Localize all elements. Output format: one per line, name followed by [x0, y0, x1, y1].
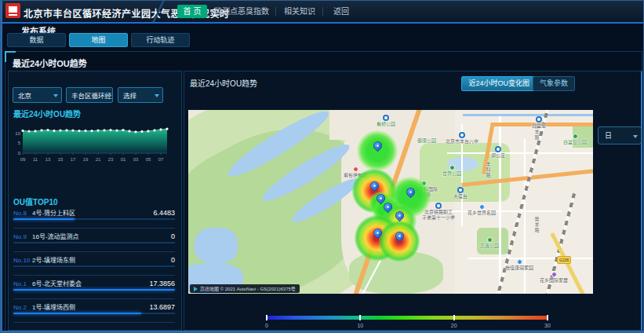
svg-text:5: 5 [18, 141, 21, 145]
nav-separator [275, 7, 276, 16]
top-row-bar-fill [13, 218, 75, 220]
top-row-value: 6.4483 [153, 209, 175, 217]
map-poi-label: 北京市丰台八中 [446, 132, 478, 145]
metro-poi-icon [383, 115, 389, 121]
nav-home[interactable]: 首 页 [177, 5, 207, 18]
top-row-line: No.84号-筛分上料区6.4483 [13, 205, 175, 217]
top-row-rank: No.9 [13, 233, 32, 240]
top-row-bar-track [13, 313, 175, 314]
colorbar-tick-mark [266, 315, 267, 320]
map-river [463, 114, 593, 116]
top-row-rank: No.8 [13, 210, 32, 217]
heat-color-scale: 0102030 [267, 316, 548, 320]
main-panel: 最近24小时OU趋势 北京 丰台区循环经济产 选择 最近24小时OU趋势 051… [5, 51, 642, 332]
amap-logo-icon [194, 287, 198, 291]
metro-poi-icon [459, 132, 465, 138]
map-poi-label: 大葆台 [453, 187, 468, 199]
map-poi-label: 御康公园 [417, 138, 436, 144]
svg-text:19: 19 [83, 157, 89, 162]
map-poi-label: 花乡国际家居 [540, 272, 568, 284]
ou-trend-chart: 0510091113151719212301030507 [10, 115, 175, 177]
blue-poi-icon [479, 204, 485, 210]
district-select[interactable]: 丰台区循环经济产 [66, 87, 113, 103]
tab-map[interactable]: 地图 [69, 33, 128, 47]
map-canvas[interactable]: G236 看桥公园御康公园北京市丰台八中世界公园紫谷伊甸园北京华科国际俱乐部大葆… [188, 110, 593, 294]
map-attribution: 高德地图 © 2021 AutoNavi - GS(2021)6375号 [190, 284, 300, 293]
svg-text:10: 10 [15, 131, 20, 136]
ou-change-map-button[interactable]: 近24小时OU变化图 [461, 76, 537, 91]
map-poi-label: 郭公庄 [491, 146, 505, 159]
purple-poi-icon [551, 272, 557, 277]
nav-separator [322, 7, 323, 16]
colorbar-tick-label: 30 [544, 323, 551, 328]
left-sidebar: 北京 丰台区循环经济产 选择 最近24小时OU趋势 05100911131517… [8, 71, 182, 331]
tab-trajectory[interactable]: 行动轨迹 [131, 33, 190, 47]
panel-title: 最近24小时OU趋势 [13, 57, 87, 69]
tab-data[interactable]: 数据 [7, 33, 66, 47]
ou-top-list: No.84号-筛分上料区6.4483No.916号-流动监测点0No.102号-… [13, 205, 175, 323]
top-row-rank: No.1 [13, 280, 32, 287]
top-row-value: 13.6897 [149, 303, 175, 311]
metro-poi-icon [435, 203, 442, 209]
city-select[interactable]: 北京 [13, 87, 62, 103]
map-road [499, 116, 501, 294]
top-row-bar-fill [13, 289, 175, 291]
top-row-value: 17.3856 [149, 280, 175, 287]
top-list-row[interactable]: No.84号-筛分上料区6.4483 [13, 205, 175, 229]
map-poi-label: 高鑫公园 [480, 237, 499, 249]
map-poi-label: 世界公园 [442, 165, 461, 177]
map-poi-label: 白盆窑公园 [563, 134, 587, 145]
top-row-rank: No.10 [13, 257, 32, 264]
colorbar-tick-label: 0 [265, 323, 268, 328]
top-row-name: 1号-填埋场西侧 [32, 302, 75, 311]
map-poi-label: 白盆窑 [532, 116, 546, 129]
chevron-down-icon [104, 94, 109, 97]
top-row-rank: No.2 [13, 304, 32, 311]
nav-monitor-index[interactable]: 监测点恶臭指数 [211, 5, 272, 18]
svg-text:11: 11 [33, 157, 38, 162]
top-row-line: No.102号-填埋场东侧0 [13, 252, 175, 264]
svg-text:21: 21 [96, 157, 101, 162]
weather-params-button[interactable]: 气象参数 [533, 76, 575, 91]
metro-poi-icon [495, 146, 501, 152]
svg-text:15: 15 [58, 157, 64, 162]
map-road-label: 丰科路 [485, 162, 492, 178]
map-water [195, 228, 238, 263]
svg-text:17: 17 [71, 157, 76, 162]
top-row-bar-fill [13, 313, 141, 314]
top-row-bar-track [13, 289, 175, 291]
map-panel-title: 最近24小时OU趋势 [190, 77, 257, 89]
chevron-down-icon [155, 94, 159, 97]
map-road [447, 152, 593, 154]
chevron-down-icon [53, 94, 58, 97]
blue-poi-icon [517, 259, 522, 265]
map-panel: 最近24小时OU趋势 近24小时OU变化图 气象参数 日 [184, 71, 642, 331]
red-poi-icon [353, 166, 358, 172]
top-row-name: 4号-筛分上料区 [32, 208, 75, 217]
road-number-badge: G236 [557, 256, 571, 264]
park-poi-icon [449, 165, 455, 170]
top-list-row[interactable]: No.916号-流动监测点0 [13, 229, 175, 252]
metro-poi-icon [536, 116, 542, 123]
svg-text:05: 05 [146, 157, 151, 162]
colorbar-tick-label: 20 [451, 323, 457, 328]
top-row-line: No.21号-填埋场西侧13.6897 [13, 299, 175, 311]
top-list-row[interactable]: No.102号-填埋场东侧0 [13, 252, 175, 276]
map-poi-label: 花乡世界名园 [468, 204, 496, 216]
park-poi-icon [487, 237, 493, 243]
nav-back[interactable]: 返回 [327, 5, 355, 18]
top-list-row[interactable]: No.16号-北天堂村委会17.3856 [13, 276, 175, 299]
park-poi-icon [573, 134, 578, 139]
time-unit-select[interactable]: 日 [598, 126, 642, 145]
top-row-bar-track [13, 218, 175, 220]
svg-text:09: 09 [20, 157, 26, 162]
svg-text:01: 01 [121, 157, 126, 162]
top-row-name: 6号-北天堂村委会 [32, 279, 82, 287]
top-list-row[interactable]: No.21号-填埋场西侧13.6897 [13, 299, 175, 323]
nav-knowledge[interactable]: 相关知识 [280, 5, 319, 18]
site-select[interactable]: 选择 [118, 87, 163, 103]
svg-text:07: 07 [158, 157, 164, 162]
app-root: 北京市丰台区循环经济产业园大气恶臭状况实时 首 页 监测点恶臭指数 相关知识 返… [0, 0, 644, 333]
header-divider [148, 1, 169, 22]
colorbar-tick-mark [453, 315, 455, 320]
